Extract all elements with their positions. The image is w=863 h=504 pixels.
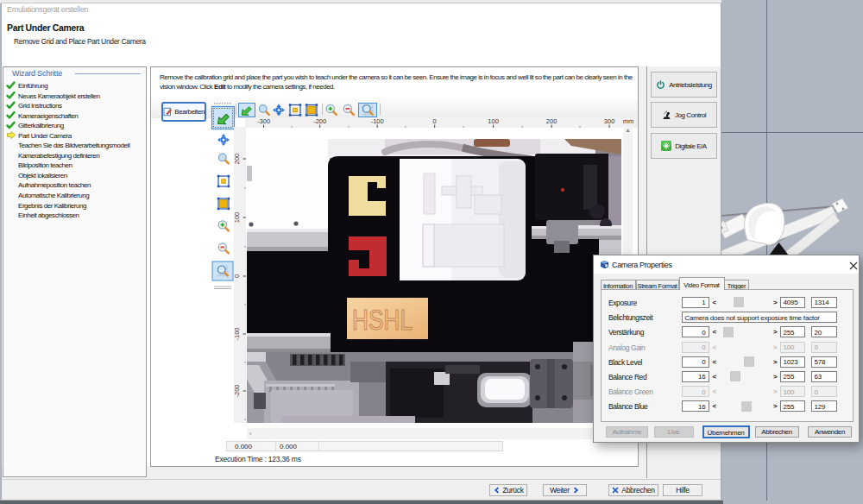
svg-text:mm: mm [623,117,634,125]
svg-text:-100: -100 [234,327,241,340]
svg-text:200: 200 [546,117,557,125]
svg-text:0: 0 [234,274,241,278]
svg-text:0: 0 [433,117,437,125]
svg-text:300: 300 [604,117,615,125]
svg-text:200: 200 [234,154,241,165]
svg-text:100: 100 [234,212,241,224]
svg-text:-200: -200 [313,117,326,125]
svg-text:-300: -300 [257,117,270,125]
svg-text:-100: -100 [371,117,384,125]
svg-text:HSHL: HSHL [352,304,413,336]
svg-text:100: 100 [488,117,499,125]
svg-text:-200: -200 [234,384,241,397]
